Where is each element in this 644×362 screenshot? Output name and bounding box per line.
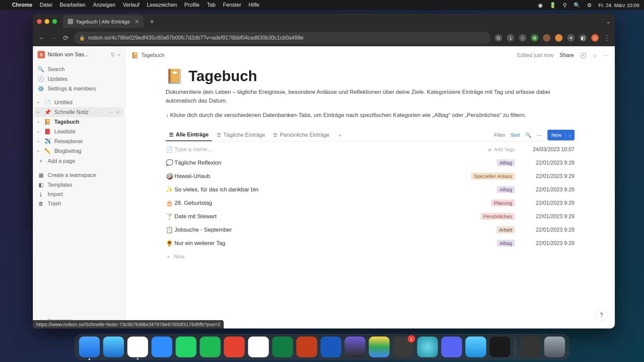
- filter-button[interactable]: Filter: [494, 132, 505, 138]
- row-tag[interactable]: Persönliches: [481, 213, 515, 220]
- menu-profile[interactable]: Profile: [184, 2, 200, 8]
- menu-anzeigen[interactable]: Anzeigen: [93, 2, 115, 8]
- dock-launchpad[interactable]: [520, 337, 541, 357]
- page-menu-icon[interactable]: ⋯: [603, 52, 609, 59]
- dock-drive[interactable]: [369, 337, 390, 357]
- extension-icon-2[interactable]: [543, 34, 550, 42]
- row-title[interactable]: Nur ein weiterer Tag: [174, 240, 497, 247]
- chevron-right-icon[interactable]: ▸: [38, 139, 41, 143]
- extension-icon-1[interactable]: ⛨: [531, 34, 538, 42]
- db-tab-0[interactable]: ☰Alle Einträge: [166, 129, 212, 141]
- dock-chrome[interactable]: [127, 337, 148, 357]
- sidebar-updates[interactable]: 🕘Updates: [34, 74, 124, 84]
- screenrec-icon[interactable]: ◉: [538, 2, 543, 8]
- dock-voicememos[interactable]: [490, 337, 511, 357]
- db-row[interactable]: 🌻Nur ein weiterer TagAlltag22/01/2023 9:…: [166, 237, 575, 250]
- dock-whatsapp[interactable]: [176, 337, 197, 357]
- sidebar-trash[interactable]: 🗑Trash: [34, 199, 124, 208]
- updates-icon[interactable]: 🕘: [580, 52, 587, 59]
- new-entry-dropdown-icon[interactable]: ⌄: [566, 133, 575, 137]
- chevron-right-icon[interactable]: ▸: [38, 100, 41, 105]
- db-row[interactable]: 💭Tägliche ReflexionAlltag22/01/2023 9:29: [166, 156, 575, 170]
- install-icon[interactable]: ⤓: [507, 34, 514, 42]
- search-database-icon[interactable]: 🔍: [525, 132, 532, 138]
- row-title[interactable]: Jobsuche - September: [174, 227, 496, 233]
- dock-quicktime[interactable]: [466, 337, 486, 357]
- row-title[interactable]: Hawaii-Urlaub: [174, 173, 471, 180]
- reload-button[interactable]: ⟳: [62, 34, 70, 42]
- dock-trash[interactable]: [544, 337, 565, 357]
- dock-imovie[interactable]: [345, 337, 366, 357]
- chevron-right-icon[interactable]: ▸: [38, 149, 41, 153]
- db-row[interactable]: 🥥Hawaii-UrlaubSpezieller Anlass22/01/202…: [166, 170, 575, 183]
- bookmark-star-icon[interactable]: ☆: [519, 34, 526, 42]
- sidepanel-icon[interactable]: ◧: [579, 34, 587, 42]
- db-tab-1[interactable]: ☰Tägliche Einträge: [213, 129, 269, 141]
- db-row[interactable]: 🍸Date mit StewartPersönliches22/01/2023 …: [166, 210, 575, 223]
- sidebar-search[interactable]: 🔍Search: [34, 64, 124, 74]
- sidebar-import[interactable]: ⭳Import: [34, 190, 124, 199]
- battery-icon[interactable]: 🔋: [549, 2, 556, 8]
- dock-excel[interactable]: [272, 337, 293, 357]
- dock-todoist[interactable]: [224, 337, 245, 357]
- address-bar[interactable]: 🔒 notion.so/4c786e029edf435c80a67b00fc7d…: [74, 32, 491, 44]
- dock-safari[interactable]: [103, 337, 124, 357]
- page-add-icon[interactable]: ＋: [115, 109, 120, 115]
- new-entry-button[interactable]: New ⌄: [547, 130, 575, 140]
- sidebar-page-2[interactable]: ▸📔Tagebuch: [34, 117, 124, 127]
- control-center-icon[interactable]: ⚙: [587, 2, 592, 8]
- dock-trello[interactable]: [248, 337, 269, 357]
- row-tag[interactable]: Alltag: [497, 240, 515, 247]
- menu-datei[interactable]: Datei: [40, 2, 52, 8]
- row-tag[interactable]: Spezieller Anlass: [471, 173, 515, 180]
- wifi-icon[interactable]: ⚲: [563, 2, 567, 8]
- menubar-app-name[interactable]: Chrome: [12, 2, 32, 8]
- collapse-sidebar-icon[interactable]: «: [117, 52, 120, 58]
- back-button[interactable]: ←: [38, 34, 46, 42]
- db-tab-2[interactable]: ☰Persönliche Einträge: [270, 129, 333, 141]
- db-row[interactable]: ✨So vieles, für das ich dankbar binAllta…: [166, 183, 575, 196]
- sidebar-page-5[interactable]: ▸✏️Blogbeitrag: [34, 146, 124, 156]
- row-title[interactable]: So vieles, für das ich dankbar bin: [174, 186, 497, 193]
- page-title[interactable]: Tagebuch: [189, 68, 257, 84]
- menu-lesezeichen[interactable]: Lesezeichen: [147, 2, 177, 8]
- sidebar-page-4[interactable]: ▸✈️Reiseplaner: [34, 136, 124, 146]
- row-tag[interactable]: Arbeit: [496, 226, 515, 233]
- dock-word[interactable]: [321, 337, 341, 357]
- minimize-window-button[interactable]: [45, 19, 49, 24]
- translate-icon[interactable]: G: [495, 34, 502, 42]
- menu-hilfe[interactable]: Hilfe: [249, 2, 259, 8]
- add-view-button[interactable]: ＋: [334, 129, 345, 141]
- new-tab-button[interactable]: ＋: [148, 16, 156, 26]
- sidebar-settings[interactable]: ⚙️Settings & members: [34, 84, 124, 94]
- database-menu-icon[interactable]: ⋯: [537, 132, 542, 138]
- db-row[interactable]: 📋Jobsuche - SeptemberArbeit22/01/2023 9:…: [166, 223, 575, 237]
- workspace-switcher[interactable]: S Notion von Sas... ⇅ «: [34, 49, 124, 60]
- add-tags-cell[interactable]: ≣Add Tags: [488, 146, 515, 153]
- chevron-right-icon[interactable]: ▸: [38, 110, 41, 114]
- page-description[interactable]: Dokumentiere dein Leben – tägliche Ereig…: [166, 88, 575, 105]
- chevron-right-icon[interactable]: ▸: [38, 129, 41, 134]
- menu-tab[interactable]: Tab: [207, 2, 216, 8]
- sidebar-create-teamspace[interactable]: ▦Create a teamspace: [34, 170, 124, 180]
- extensions-puzzle-icon[interactable]: ✦: [567, 34, 575, 42]
- profile-avatar[interactable]: S: [591, 34, 599, 42]
- chrome-menu-icon[interactable]: ⋮: [603, 34, 610, 42]
- fullscreen-window-button[interactable]: [52, 19, 57, 24]
- sidebar-page-3[interactable]: ▸📕Leseliste: [34, 127, 124, 136]
- row-tag[interactable]: Planung: [491, 199, 515, 206]
- db-row[interactable]: 📄Type a name...≣Add Tags24/03/2023 10:07: [166, 143, 575, 156]
- page-hint[interactable]: ↓ Klicke dich durch die verschiedenen Da…: [166, 111, 575, 120]
- dock-finder[interactable]: [79, 337, 100, 357]
- tab-close-icon[interactable]: ✕: [135, 18, 139, 25]
- sidebar-add-page[interactable]: ＋Add a page: [34, 156, 124, 166]
- dock-spotify[interactable]: [200, 337, 221, 357]
- spotlight-icon[interactable]: 🔍: [574, 2, 580, 8]
- page-emoji[interactable]: 📔: [166, 68, 183, 84]
- sidebar-page-1[interactable]: ▸📌Schnelle Notiz⋯＋: [34, 107, 124, 117]
- row-title-placeholder[interactable]: Type a name...: [174, 146, 488, 153]
- dock-zoom[interactable]: [152, 337, 172, 357]
- row-title[interactable]: Tägliche Reflexion: [174, 160, 497, 166]
- add-row-button[interactable]: ＋ New: [166, 250, 575, 264]
- browser-tab[interactable]: Tagebuch | Alle Einträge ✕: [63, 15, 144, 28]
